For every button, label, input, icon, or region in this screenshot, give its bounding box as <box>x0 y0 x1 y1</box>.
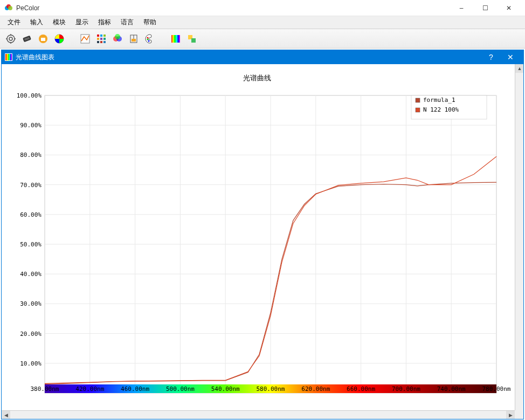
svg-rect-18 <box>97 38 99 40</box>
svg-rect-23 <box>103 41 106 43</box>
svg-rect-17 <box>103 35 106 37</box>
spectrum-small-icon <box>5 53 12 61</box>
settings-icon[interactable] <box>4 32 17 45</box>
menu-input[interactable]: 输入 <box>26 17 47 28</box>
svg-rect-33 <box>171 35 180 43</box>
svg-text:420.00nm: 420.00nm <box>75 385 104 393</box>
lab-icon[interactable] <box>127 32 140 45</box>
svg-text:30.00%: 30.00% <box>20 300 42 307</box>
minimize-button[interactable]: – <box>450 1 473 16</box>
subwindow-close-button[interactable]: ✕ <box>501 51 520 64</box>
palette-icon[interactable] <box>143 32 156 45</box>
svg-rect-15 <box>97 35 99 37</box>
instrument-icon[interactable] <box>20 32 33 45</box>
svg-text:580.00nm: 580.00nm <box>257 385 285 393</box>
color-wheel-icon[interactable] <box>53 32 66 45</box>
vertical-scrollbar[interactable]: ▲ <box>515 64 523 410</box>
svg-text:620.00nm: 620.00nm <box>301 385 330 393</box>
toolbar <box>0 29 525 49</box>
svg-text:50.00%: 50.00% <box>20 241 42 248</box>
subwindow-header: 光谱曲线图表 ? ✕ <box>2 50 523 64</box>
svg-rect-28 <box>132 39 136 42</box>
svg-point-30 <box>147 37 149 38</box>
app-logo-icon <box>4 4 13 12</box>
menu-file[interactable]: 文件 <box>3 17 25 28</box>
svg-rect-16 <box>100 35 102 37</box>
svg-text:N 122 100%: N 122 100% <box>423 106 459 113</box>
scroll-right-icon[interactable]: ▶ <box>506 411 515 419</box>
menu-help[interactable]: 帮助 <box>139 17 161 28</box>
svg-rect-22 <box>100 41 102 43</box>
svg-text:540.00nm: 540.00nm <box>211 385 240 393</box>
svg-text:780.00nm: 780.00nm <box>482 385 511 393</box>
svg-text:光谱曲线: 光谱曲线 <box>243 74 271 82</box>
svg-rect-12 <box>41 38 45 41</box>
chart-subwindow: 光谱曲线图表 ? ✕ 光谱曲线10.00%20.00%30.00%40.00%5… <box>1 50 524 419</box>
svg-point-32 <box>147 38 149 40</box>
svg-text:60.00%: 60.00% <box>20 211 42 218</box>
svg-text:80.00%: 80.00% <box>20 152 42 159</box>
subwindow-help-button[interactable]: ? <box>481 51 501 64</box>
spectrum-icon[interactable] <box>169 32 182 45</box>
svg-text:10.00%: 10.00% <box>20 360 42 367</box>
titlebar: PeColor – ☐ ✕ <box>0 0 525 16</box>
svg-text:100.00%: 100.00% <box>17 92 42 99</box>
svg-rect-35 <box>191 38 196 43</box>
svg-rect-19 <box>100 38 102 40</box>
menubar: 文件 输入 模块 显示 指标 语言 帮助 <box>0 16 525 29</box>
scroll-up-icon[interactable]: ▲ <box>515 64 523 73</box>
svg-text:500.00nm: 500.00nm <box>166 385 195 393</box>
svg-point-4 <box>9 37 12 40</box>
svg-point-3 <box>7 35 15 43</box>
maximize-button[interactable]: ☐ <box>473 1 497 16</box>
svg-rect-14 <box>81 35 89 43</box>
grid-icon[interactable] <box>95 32 108 45</box>
squares-icon[interactable] <box>185 32 198 45</box>
chart-area: 光谱曲线10.00%20.00%30.00%40.00%50.00%60.00%… <box>2 64 523 419</box>
close-button[interactable]: ✕ <box>497 1 521 16</box>
svg-point-26 <box>115 34 120 39</box>
menu-indicator[interactable]: 指标 <box>94 17 115 28</box>
svg-text:460.00nm: 460.00nm <box>121 385 149 393</box>
svg-text:formula_1: formula_1 <box>423 97 455 104</box>
spectrum-chart: 光谱曲线10.00%20.00%30.00%40.00%50.00%60.00%… <box>2 64 513 409</box>
svg-text:740.00nm: 740.00nm <box>437 385 466 393</box>
svg-rect-85 <box>416 108 420 112</box>
scroll-corner <box>515 410 523 419</box>
chart-icon[interactable] <box>79 32 92 45</box>
svg-rect-83 <box>416 98 420 102</box>
svg-text:40.00%: 40.00% <box>20 271 42 278</box>
svg-point-31 <box>148 40 150 42</box>
svg-text:20.00%: 20.00% <box>20 331 42 338</box>
svg-text:90.00%: 90.00% <box>20 122 42 129</box>
svg-text:380.00nm: 380.00nm <box>31 385 59 393</box>
venn-icon[interactable] <box>111 32 124 45</box>
subwindow-title: 光谱曲线图表 <box>16 53 481 62</box>
svg-text:660.00nm: 660.00nm <box>347 385 375 393</box>
menu-module[interactable]: 模块 <box>49 17 70 28</box>
app-title: PeColor <box>16 4 450 12</box>
scroll-left-icon[interactable]: ◀ <box>2 411 10 419</box>
folder-icon[interactable] <box>37 32 50 45</box>
menu-display[interactable]: 显示 <box>71 17 93 28</box>
menu-language[interactable]: 语言 <box>116 17 138 28</box>
svg-rect-20 <box>103 38 106 40</box>
svg-rect-21 <box>97 41 99 43</box>
horizontal-scrollbar[interactable]: ◀ ▶ <box>2 410 515 419</box>
svg-point-2 <box>8 6 12 10</box>
svg-text:70.00%: 70.00% <box>20 182 42 189</box>
svg-text:700.00nm: 700.00nm <box>392 385 420 393</box>
